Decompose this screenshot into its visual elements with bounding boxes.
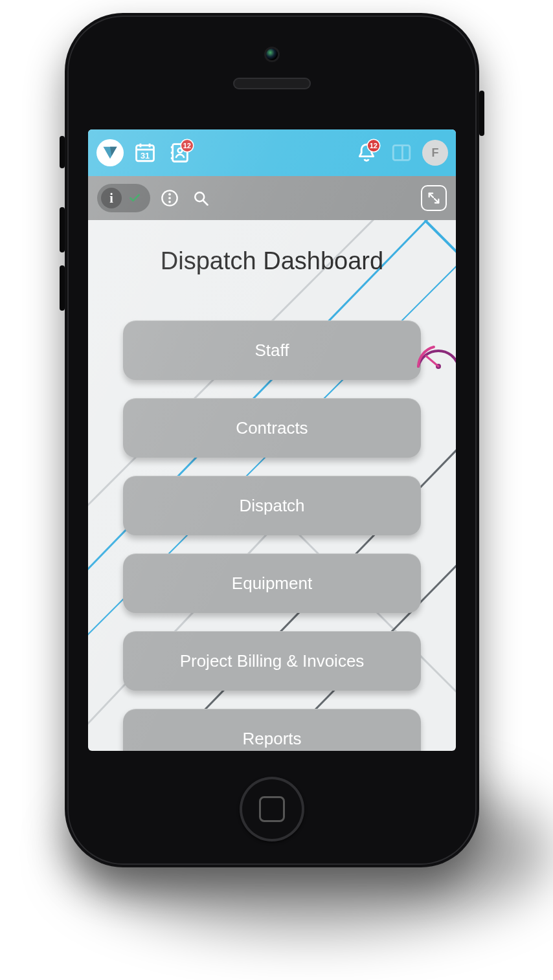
contacts-button[interactable]: 12 xyxy=(166,139,194,167)
svg-point-6 xyxy=(178,148,183,153)
gauge-icon xyxy=(414,338,456,370)
info-toggle[interactable]: i xyxy=(97,184,150,212)
dashboard-tiles: Staff Contracts Dispatch Equipment Proje… xyxy=(101,320,443,751)
panel-button[interactable] xyxy=(387,139,416,167)
panel-icon xyxy=(390,142,412,164)
search-icon xyxy=(192,189,210,207)
tile-dispatch[interactable]: Dispatch xyxy=(123,476,421,535)
expand-icon xyxy=(427,191,441,205)
page-title: Dispatch Dashboard xyxy=(101,247,443,275)
tile-project-billing[interactable]: Project Billing & Invoices xyxy=(123,631,421,691)
more-vertical-icon xyxy=(161,189,179,207)
check-icon xyxy=(128,192,141,205)
tile-label: Contracts xyxy=(236,418,308,438)
phone-frame: 31 12 12 xyxy=(65,13,479,867)
svg-point-15 xyxy=(168,201,171,203)
user-avatar[interactable]: F xyxy=(422,140,448,166)
page-toolbar: i xyxy=(88,176,456,220)
svg-point-13 xyxy=(168,193,171,195)
app-logo[interactable] xyxy=(96,139,124,167)
volume-up xyxy=(60,207,65,252)
screen: 31 12 12 xyxy=(88,129,456,751)
logo-icon xyxy=(96,139,124,166)
front-camera xyxy=(266,49,278,60)
tile-label: Dispatch xyxy=(239,496,304,516)
earpiece xyxy=(233,78,311,89)
notifications-button[interactable]: 12 xyxy=(352,139,381,167)
page-content: Dispatch Dashboard Staff Contracts Dispa… xyxy=(88,220,456,751)
volume-down xyxy=(60,265,65,311)
calendar-button[interactable]: 31 xyxy=(131,139,159,167)
avatar-initial: F xyxy=(432,146,439,160)
contacts-badge: 12 xyxy=(181,140,193,151)
tile-reports[interactable]: Reports xyxy=(123,709,421,751)
svg-line-17 xyxy=(203,201,208,205)
tile-label: Equipment xyxy=(232,574,312,594)
fullscreen-button[interactable] xyxy=(421,185,447,211)
search-button[interactable] xyxy=(189,186,212,210)
mute-switch xyxy=(60,136,65,168)
power-button xyxy=(479,91,484,136)
svg-point-14 xyxy=(168,197,171,199)
app-bar: 31 12 12 xyxy=(88,129,456,176)
tile-label: Staff xyxy=(254,340,289,361)
tile-label: Project Billing & Invoices xyxy=(180,651,365,671)
notifications-badge: 12 xyxy=(368,140,379,151)
info-icon: i xyxy=(101,188,122,208)
svg-text:31: 31 xyxy=(141,151,150,161)
tile-contracts[interactable]: Contracts xyxy=(123,398,421,458)
tile-equipment[interactable]: Equipment xyxy=(123,553,421,613)
svg-line-19 xyxy=(426,356,438,366)
tile-staff[interactable]: Staff xyxy=(123,320,421,380)
tile-label: Reports xyxy=(242,729,301,749)
more-options-button[interactable] xyxy=(158,186,181,210)
calendar-icon: 31 xyxy=(134,142,156,164)
home-button[interactable] xyxy=(240,777,304,841)
